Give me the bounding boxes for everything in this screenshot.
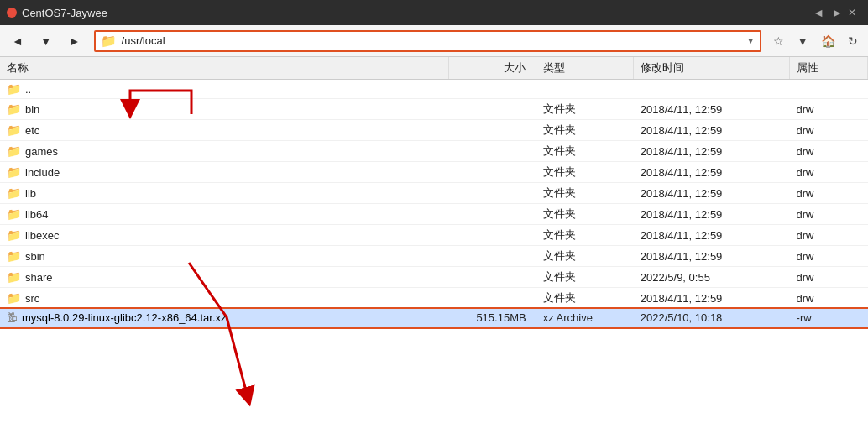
folder-icon: 📁: [7, 144, 21, 158]
table-row[interactable]: 📁bin文件夹2018/4/11, 12:59drw: [0, 99, 868, 120]
file-attr-cell: drw: [790, 183, 868, 204]
refresh-button[interactable]: ↻: [843, 31, 863, 51]
file-name-label: etc: [25, 124, 39, 137]
table-row[interactable]: 📁..: [0, 80, 868, 99]
address-folder-icon: 📁: [101, 34, 117, 49]
file-size-cell: [448, 204, 536, 225]
file-attr-cell: -rw: [790, 309, 868, 327]
file-attr-cell: drw: [790, 246, 868, 267]
file-size-cell: [448, 183, 536, 204]
table-row[interactable]: 📁include文件夹2018/4/11, 12:59drw: [0, 162, 868, 183]
folder-icon: 📁: [7, 165, 21, 179]
file-modified-cell: 2018/4/11, 12:59: [634, 99, 790, 120]
file-modified-cell: 2022/5/9, 0:55: [634, 267, 790, 288]
star-button[interactable]: ☆: [768, 31, 789, 51]
file-name-cell: 🗜mysql-8.0.29-linux-glibc2.12-x86_64.tar…: [0, 309, 448, 327]
file-size-cell: [448, 288, 536, 309]
file-size-cell: [448, 162, 536, 183]
file-name-label: lib64: [25, 208, 48, 221]
file-name-label: lib: [25, 187, 36, 200]
close-button[interactable]: ✕: [843, 5, 861, 20]
file-attr-cell: drw: [790, 141, 868, 162]
file-name-cell: 📁libexec: [0, 225, 448, 246]
file-name-label: share: [25, 271, 53, 284]
address-bar[interactable]: 📁 /usr/local ▼: [94, 30, 762, 52]
address-dropdown-icon[interactable]: ▼: [746, 36, 755, 45]
file-attr-cell: drw: [790, 162, 868, 183]
title-nav-back[interactable]: ◄: [813, 6, 824, 19]
file-size-cell: [448, 80, 536, 99]
title-nav-fwd[interactable]: ►: [831, 6, 843, 19]
file-type-cell: 文件夹: [536, 204, 634, 225]
title-nav: ◄ ►: [813, 6, 843, 19]
file-name-cell: 📁..: [0, 80, 448, 99]
main-area: 名称 大小 类型 修改时间 属性 📁..📁bin文件夹2018/4/11, 12…: [0, 57, 868, 439]
file-modified-cell: 2022/5/10, 10:18: [634, 309, 790, 327]
window-title: CentOS7-Jaywee: [22, 7, 813, 19]
col-header-size[interactable]: 大小: [448, 57, 536, 80]
file-table: 名称 大小 类型 修改时间 属性 📁..📁bin文件夹2018/4/11, 12…: [0, 57, 868, 327]
window-dot: [7, 8, 17, 18]
file-name-label: games: [25, 145, 58, 158]
file-modified-cell: 2018/4/11, 12:59: [634, 120, 790, 141]
col-header-modified[interactable]: 修改时间: [634, 57, 790, 80]
file-name-cell: 📁etc: [0, 120, 448, 141]
table-row[interactable]: 🗜mysql-8.0.29-linux-glibc2.12-x86_64.tar…: [0, 309, 868, 327]
file-attr-cell: drw: [790, 288, 868, 309]
toolbar-right: ☆ ▼ 🏠 ↻: [768, 31, 863, 51]
table-row[interactable]: 📁src文件夹2018/4/11, 12:59drw: [0, 288, 868, 309]
file-modified-cell: 2018/4/11, 12:59: [634, 288, 790, 309]
file-list: 名称 大小 类型 修改时间 属性 📁..📁bin文件夹2018/4/11, 12…: [0, 57, 868, 439]
file-type-cell: 文件夹: [536, 162, 634, 183]
archive-icon: 🗜: [7, 311, 18, 324]
folder-icon: 📁: [7, 207, 21, 221]
table-row[interactable]: 📁lib64文件夹2018/4/11, 12:59drw: [0, 204, 868, 225]
file-size-cell: 515.15MB: [448, 309, 536, 327]
file-modified-cell: 2018/4/11, 12:59: [634, 141, 790, 162]
file-modified-cell: 2018/4/11, 12:59: [634, 183, 790, 204]
file-name-label: bin: [25, 103, 39, 116]
table-row[interactable]: 📁sbin文件夹2018/4/11, 12:59drw: [0, 246, 868, 267]
file-type-cell: 文件夹: [536, 246, 634, 267]
file-modified-cell: 2018/4/11, 12:59: [634, 162, 790, 183]
file-type-cell: xz Archive: [536, 309, 634, 327]
file-size-cell: [448, 267, 536, 288]
home-button[interactable]: 🏠: [816, 31, 840, 51]
file-name-cell: 📁games: [0, 141, 448, 162]
folder-icon: 📁: [7, 291, 21, 305]
file-size-cell: [448, 120, 536, 141]
file-name-label: ..: [25, 83, 31, 96]
file-type-cell: 文件夹: [536, 225, 634, 246]
table-row[interactable]: 📁libexec文件夹2018/4/11, 12:59drw: [0, 225, 868, 246]
toolbar: ◄ ▼ ► 📁 /usr/local ▼ ☆ ▼ 🏠 ↻: [0, 25, 868, 57]
file-size-cell: [448, 246, 536, 267]
file-attr-cell: drw: [790, 99, 868, 120]
dropdown-button[interactable]: ▼: [34, 31, 59, 51]
file-name-cell: 📁lib64: [0, 204, 448, 225]
table-row[interactable]: 📁etc文件夹2018/4/11, 12:59drw: [0, 120, 868, 141]
folder-icon: 📁: [7, 270, 21, 284]
file-size-cell: [448, 225, 536, 246]
file-attr-cell: drw: [790, 120, 868, 141]
back-button[interactable]: ◄: [5, 31, 30, 51]
table-row[interactable]: 📁games文件夹2018/4/11, 12:59drw: [0, 141, 868, 162]
table-row[interactable]: 📁share文件夹2022/5/9, 0:55drw: [0, 267, 868, 288]
col-header-name[interactable]: 名称: [0, 57, 448, 80]
col-header-attr[interactable]: 属性: [790, 57, 868, 80]
file-name-label: include: [25, 166, 60, 179]
file-name-label: libexec: [25, 229, 59, 242]
col-header-type[interactable]: 类型: [536, 57, 634, 80]
folder-icon: 📁: [7, 102, 21, 116]
file-size-cell: [448, 99, 536, 120]
file-modified-cell: 2018/4/11, 12:59: [634, 225, 790, 246]
file-attr-cell: drw: [790, 267, 868, 288]
forward-button[interactable]: ►: [62, 31, 87, 51]
star-dropdown-button[interactable]: ▼: [792, 31, 813, 51]
file-name-cell: 📁sbin: [0, 246, 448, 267]
file-name-label: mysql-8.0.29-linux-glibc2.12-x86_64.tar.…: [22, 311, 227, 324]
address-text: /usr/local: [122, 34, 742, 47]
file-modified-cell: 2018/4/11, 12:59: [634, 204, 790, 225]
file-modified-cell: 2018/4/11, 12:59: [634, 246, 790, 267]
table-row[interactable]: 📁lib文件夹2018/4/11, 12:59drw: [0, 183, 868, 204]
file-type-cell: [536, 80, 634, 99]
